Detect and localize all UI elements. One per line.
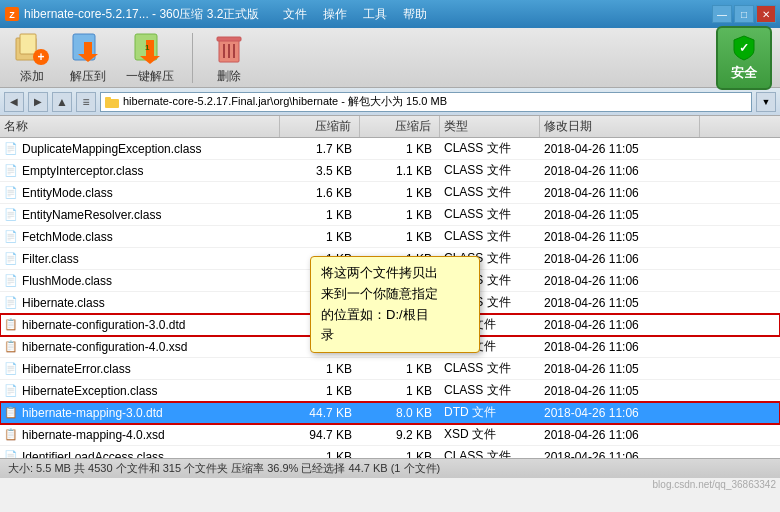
close-button[interactable]: ✕ bbox=[756, 5, 776, 23]
file-icon: 📋 bbox=[4, 406, 18, 419]
table-row[interactable]: 📄EmptyInterceptor.class3.5 KB1.1 KBCLASS… bbox=[0, 160, 780, 182]
file-original: 1 KB bbox=[360, 208, 440, 222]
file-icon: 📄 bbox=[4, 186, 18, 199]
status-text: 大小: 5.5 MB 共 4530 个文件和 315 个文件夹 压缩率 36.9… bbox=[8, 461, 440, 476]
file-icon: 📄 bbox=[4, 274, 18, 287]
file-original: 1 KB bbox=[360, 362, 440, 376]
file-name: HibernateException.class bbox=[22, 384, 157, 398]
file-type: CLASS 文件 bbox=[440, 228, 540, 245]
file-type: CLASS 文件 bbox=[440, 206, 540, 223]
file-compressed: 1 KB bbox=[280, 230, 360, 244]
file-name: hibernate-mapping-3.0.dtd bbox=[22, 406, 163, 420]
file-name: FlushMode.class bbox=[22, 274, 112, 288]
file-date: 2018-04-26 11:06 bbox=[540, 252, 700, 266]
title-bar: Z hibernate-core-5.2.17... - 360压缩 3.2正式… bbox=[0, 0, 780, 28]
file-date: 2018-04-26 11:06 bbox=[540, 406, 700, 420]
file-name: DuplicateMappingException.class bbox=[22, 142, 201, 156]
oneclick-label: 一键解压 bbox=[126, 68, 174, 85]
file-original: 8.0 KB bbox=[360, 406, 440, 420]
table-row[interactable]: 📋hibernate-mapping-3.0.dtd44.7 KB8.0 KBD… bbox=[0, 402, 780, 424]
file-original: 1.1 KB bbox=[360, 164, 440, 178]
col-header-type[interactable]: 类型 bbox=[440, 116, 540, 137]
address-dropdown[interactable]: ▼ bbox=[756, 92, 776, 112]
app-icon: Z bbox=[4, 6, 20, 22]
file-name: IdentifierLoadAccess.class bbox=[22, 450, 164, 459]
file-name: Hibernate.class bbox=[22, 296, 105, 310]
col-header-compressed[interactable]: 压缩前 bbox=[280, 116, 360, 137]
file-list-container: 名称 压缩前 压缩后 类型 修改日期 📄DuplicateMappingExce… bbox=[0, 116, 780, 458]
file-icon: 📋 bbox=[4, 428, 18, 441]
folder-icon bbox=[105, 95, 119, 109]
table-row[interactable]: 📄HibernateException.class1 KB1 KBCLASS 文… bbox=[0, 380, 780, 402]
oneclick-button[interactable]: 1 一键解压 bbox=[120, 28, 180, 87]
col-header-original[interactable]: 压缩后 bbox=[360, 116, 440, 137]
menu-operate[interactable]: 操作 bbox=[323, 6, 347, 23]
file-date: 2018-04-26 11:06 bbox=[540, 340, 700, 354]
file-type: CLASS 文件 bbox=[440, 140, 540, 157]
table-row[interactable]: 📄IdentifierLoadAccess.class1 KB1 KBCLASS… bbox=[0, 446, 780, 458]
security-button[interactable]: ✓ 安全 bbox=[716, 26, 772, 90]
add-button[interactable]: + 添加 bbox=[8, 28, 56, 87]
file-name: hibernate-configuration-4.0.xsd bbox=[22, 340, 187, 354]
file-type: CLASS 文件 bbox=[440, 184, 540, 201]
file-type: CLASS 文件 bbox=[440, 448, 540, 458]
add-icon: + bbox=[14, 30, 50, 66]
table-row[interactable]: 📋hibernate-mapping-4.0.xsd94.7 KB9.2 KBX… bbox=[0, 424, 780, 446]
file-icon: 📄 bbox=[4, 252, 18, 265]
delete-label: 删除 bbox=[217, 68, 241, 85]
menu-file[interactable]: 文件 bbox=[283, 6, 307, 23]
address-bar: ◀ ▶ ▲ ≡ hibernate-core-5.2.17.Final.jar\… bbox=[0, 88, 780, 116]
file-icon: 📄 bbox=[4, 384, 18, 397]
table-row[interactable]: 📄HibernateError.class1 KB1 KBCLASS 文件201… bbox=[0, 358, 780, 380]
callout-tooltip: 将这两个文件拷贝出来到一个你随意指定的位置如：D:/根目录 bbox=[310, 256, 480, 353]
table-row[interactable]: 📄EntityNameResolver.class1 KB1 KBCLASS 文… bbox=[0, 204, 780, 226]
table-row[interactable]: 📄EntityMode.class1.6 KB1 KBCLASS 文件2018-… bbox=[0, 182, 780, 204]
status-bar: 大小: 5.5 MB 共 4530 个文件和 315 个文件夹 压缩率 36.9… bbox=[0, 458, 780, 478]
file-icon: 📄 bbox=[4, 230, 18, 243]
security-shield-icon: ✓ bbox=[730, 34, 758, 62]
svg-text:1: 1 bbox=[145, 43, 150, 52]
delete-icon bbox=[211, 30, 247, 66]
file-original: 9.2 KB bbox=[360, 428, 440, 442]
maximize-button[interactable]: □ bbox=[734, 5, 754, 23]
menu-help[interactable]: 帮助 bbox=[403, 6, 427, 23]
file-icon: 📄 bbox=[4, 208, 18, 221]
extract-icon bbox=[70, 30, 106, 66]
col-header-name[interactable]: 名称 bbox=[0, 116, 280, 137]
col-header-date[interactable]: 修改日期 bbox=[540, 116, 700, 137]
watermark-text: blog.csdn.net/qq_36863342 bbox=[653, 479, 776, 490]
file-date: 2018-04-26 11:05 bbox=[540, 362, 700, 376]
file-icon: 📋 bbox=[4, 318, 18, 331]
file-compressed: 3.5 KB bbox=[280, 164, 360, 178]
delete-button[interactable]: 删除 bbox=[205, 28, 253, 87]
file-date: 2018-04-26 11:05 bbox=[540, 230, 700, 244]
extract-button[interactable]: 解压到 bbox=[64, 28, 112, 87]
file-name: hibernate-configuration-3.0.dtd bbox=[22, 318, 185, 332]
oneclick-icon: 1 bbox=[132, 30, 168, 66]
table-row[interactable]: 📄FetchMode.class1 KB1 KBCLASS 文件2018-04-… bbox=[0, 226, 780, 248]
address-path[interactable]: hibernate-core-5.2.17.Final.jar\org\hibe… bbox=[123, 94, 747, 109]
title-bar-left: Z hibernate-core-5.2.17... - 360压缩 3.2正式… bbox=[4, 6, 427, 23]
file-icon: 📄 bbox=[4, 362, 18, 375]
file-icon: 📋 bbox=[4, 340, 18, 353]
nav-list-view-button[interactable]: ≡ bbox=[76, 92, 96, 112]
file-type: XSD 文件 bbox=[440, 426, 540, 443]
file-date: 2018-04-26 11:06 bbox=[540, 428, 700, 442]
minimize-button[interactable]: — bbox=[712, 5, 732, 23]
title-bar-controls: — □ ✕ bbox=[712, 5, 776, 23]
file-compressed: 1.6 KB bbox=[280, 186, 360, 200]
file-original: 1 KB bbox=[360, 450, 440, 459]
add-label: 添加 bbox=[20, 68, 44, 85]
svg-rect-18 bbox=[105, 97, 111, 100]
file-name: EntityNameResolver.class bbox=[22, 208, 161, 222]
nav-forward-button[interactable]: ▶ bbox=[28, 92, 48, 112]
nav-back-button[interactable]: ◀ bbox=[4, 92, 24, 112]
svg-text:+: + bbox=[37, 50, 44, 64]
menu-tools[interactable]: 工具 bbox=[363, 6, 387, 23]
file-date: 2018-04-26 11:05 bbox=[540, 208, 700, 222]
table-row[interactable]: 📄DuplicateMappingException.class1.7 KB1 … bbox=[0, 138, 780, 160]
file-compressed: 1.7 KB bbox=[280, 142, 360, 156]
file-compressed: 94.7 KB bbox=[280, 428, 360, 442]
file-name: EntityMode.class bbox=[22, 186, 113, 200]
nav-up-button[interactable]: ▲ bbox=[52, 92, 72, 112]
